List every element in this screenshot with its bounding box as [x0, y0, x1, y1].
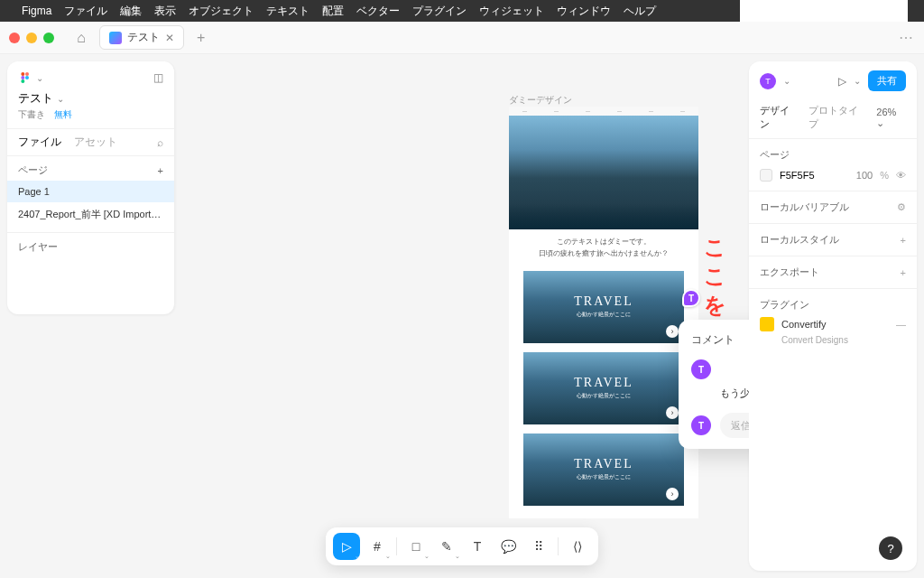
card-arrow-icon: ›: [666, 325, 679, 338]
file-tab[interactable]: テスト ✕: [99, 25, 184, 50]
chevron-down-icon[interactable]: ⌄: [783, 76, 790, 86]
traffic-lights: [9, 33, 54, 43]
tab-asset[interactable]: アセット: [74, 135, 117, 150]
bg-color-value[interactable]: F5F5F5: [780, 170, 815, 181]
help-button[interactable]: ?: [879, 536, 902, 560]
minimize-window[interactable]: [26, 33, 37, 43]
frame-label[interactable]: ダミーデザイン: [509, 94, 572, 107]
plugin-icon: [760, 317, 774, 331]
right-panel: T ⌄ ▷ ⌄ 共有 デザイン プロトタイプ 26% ⌄ ページ F5F5F5 …: [749, 61, 917, 571]
plus-icon[interactable]: +: [901, 267, 906, 278]
bg-opacity[interactable]: 100: [856, 170, 873, 181]
chevron-down-icon[interactable]: ⌄: [854, 76, 861, 86]
bottom-toolbar: ▷⌄ #⌄ □⌄ ✎⌄ T 💬 ⠿ ⟨⟩: [326, 527, 598, 565]
share-button[interactable]: 共有: [868, 70, 906, 91]
comment-tool[interactable]: 💬: [494, 533, 522, 560]
menu-window[interactable]: ウィンドウ: [557, 4, 611, 19]
page-item-2[interactable]: 2407_Report_前半 [XD Import] (30-Ju...: [7, 202, 174, 227]
menu-view[interactable]: 表示: [154, 4, 176, 19]
card-3: TRAVEL 心動かす絶景がここに ›: [523, 434, 684, 506]
comment-time: 4日前: [720, 363, 749, 376]
zoom-level[interactable]: 26% ⌄: [876, 107, 906, 129]
plugin-name[interactable]: Convertify: [781, 319, 827, 330]
frame-tool[interactable]: #⌄: [364, 533, 391, 560]
layers-label: レイヤー: [18, 240, 58, 254]
design-nav: ——————: [509, 107, 698, 116]
figma-logo-icon[interactable]: [18, 70, 32, 85]
pages-label: ページ: [18, 163, 48, 177]
card-arrow-icon: ›: [666, 406, 679, 419]
section-plugin: プラグイン: [760, 298, 906, 312]
svg-point-2: [21, 76, 24, 79]
user-avatar[interactable]: T: [760, 73, 776, 89]
left-panel: ⌄ ◫ テスト ⌄ 下書き 無料 ファイル アセット ⌕ ページ + Page …: [7, 61, 175, 314]
menu-arrange[interactable]: 配置: [322, 4, 344, 19]
comment-popup: コメント ⋯ ✓ ✕ T 4日前 ⋯ もう少し明るくしてください T 返信: [679, 320, 749, 449]
menu-widgets[interactable]: ウィジェット: [479, 4, 544, 19]
present-button[interactable]: ▷: [838, 75, 846, 88]
comment-avatar: T: [691, 359, 711, 379]
menu-object[interactable]: オブジェクト: [189, 4, 254, 19]
new-tab-button[interactable]: +: [191, 30, 210, 46]
card-subtitle: 心動かす絶景がここに: [577, 392, 631, 400]
menu-edit[interactable]: 編集: [120, 4, 142, 19]
section-page: ページ: [760, 148, 906, 162]
menu-plugins[interactable]: プラグイン: [412, 4, 467, 19]
menu-vector[interactable]: ベクター: [356, 4, 400, 19]
design-frame[interactable]: —————— このテキストはダミーです。 日頃の疲れを癒す旅へ出かけませんか？ …: [509, 107, 698, 518]
menu-help[interactable]: ヘルプ: [624, 4, 656, 19]
card-2: TRAVEL 心動かす絶景がここに ›: [523, 352, 684, 424]
dummy-text: このテキストはダミーです。 日頃の疲れを癒す旅へ出かけませんか？: [509, 229, 698, 267]
card-title: TRAVEL: [574, 376, 633, 390]
tab-prototype[interactable]: プロトタイプ: [808, 104, 865, 131]
menu-file[interactable]: ファイル: [64, 4, 107, 19]
card-arrow-icon: ›: [666, 488, 679, 500]
svg-point-0: [21, 72, 24, 76]
move-tool[interactable]: ▷⌄: [333, 533, 360, 560]
bluetooth-icon[interactable]: ⚼: [820, 0, 827, 7]
card-title: TRAVEL: [574, 294, 633, 309]
close-window[interactable]: [9, 33, 20, 43]
search-icon[interactable]: ⌕: [157, 136, 163, 149]
menu-app[interactable]: Figma: [22, 5, 51, 17]
menu-text[interactable]: テキスト: [266, 4, 310, 19]
shape-tool[interactable]: □⌄: [402, 533, 430, 560]
canvas[interactable]: ダミーデザイン —————— このテキストはダミーです。 日頃の疲れを癒す旅へ出…: [175, 54, 749, 578]
comment-message: もう少し明るくしてください: [679, 383, 749, 407]
section-export[interactable]: エクスポート: [760, 266, 819, 279]
figma-window: ⌂ テスト ✕ + ⋯ ⌄ ◫ テスト ⌄ 下書き 無料 ファイル アセット ⌕…: [0, 22, 924, 578]
card-subtitle: 心動かす絶景がここに: [577, 473, 631, 481]
visibility-icon[interactable]: 👁: [896, 170, 906, 181]
pen-tool[interactable]: ✎⌄: [433, 533, 460, 560]
plus-icon[interactable]: +: [901, 235, 906, 246]
section-local-variables[interactable]: ローカルバリアブル: [760, 200, 849, 214]
maximize-window[interactable]: [43, 33, 54, 43]
text-tool[interactable]: T: [464, 533, 491, 560]
tab-name: テスト: [127, 30, 160, 45]
chevron-down-icon[interactable]: ⌄: [36, 73, 43, 83]
hero-image: [509, 116, 698, 229]
tab-file[interactable]: ファイル: [18, 135, 61, 150]
titlebar-more-icon[interactable]: ⋯: [899, 29, 915, 46]
plugin-remove-icon[interactable]: —: [896, 319, 906, 330]
add-page-icon[interactable]: +: [158, 165, 163, 176]
settings-icon[interactable]: ⚙: [897, 201, 906, 213]
bg-color-swatch[interactable]: [760, 169, 772, 182]
comment-header-label: コメント: [691, 332, 735, 348]
comment-pin[interactable]: T: [682, 289, 700, 307]
plugin-subtitle: Convert Designs: [760, 335, 906, 345]
tab-design[interactable]: デザイン: [760, 104, 798, 131]
titlebar: ⌂ テスト ✕ + ⋯: [0, 22, 924, 54]
card-1: TRAVEL 心動かす絶景がここに ›: [523, 271, 684, 343]
close-tab-icon[interactable]: ✕: [165, 32, 174, 44]
collapse-panel-icon[interactable]: ◫: [153, 71, 163, 84]
reply-avatar: T: [691, 415, 711, 435]
file-title[interactable]: テスト ⌄: [7, 90, 174, 108]
home-button[interactable]: ⌂: [70, 27, 92, 49]
dev-mode-tool[interactable]: ⟨⟩: [564, 533, 591, 560]
page-item-1[interactable]: Page 1: [7, 181, 174, 202]
section-local-styles[interactable]: ローカルスタイル: [760, 233, 839, 247]
actions-tool[interactable]: ⠿: [525, 533, 552, 560]
card-title: TRAVEL: [574, 457, 633, 471]
reply-input[interactable]: 返信: [720, 413, 749, 438]
